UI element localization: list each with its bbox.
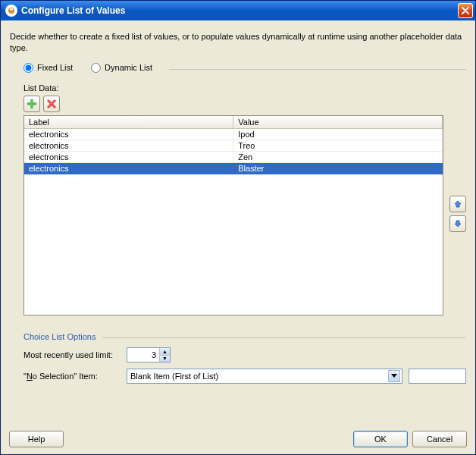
move-up-button[interactable]: [449, 196, 466, 212]
table-row[interactable]: electronicsBlaster: [24, 163, 443, 174]
add-row-button[interactable]: [23, 96, 40, 112]
no-selection-label: "No Selection" Item:: [23, 372, 121, 381]
title-bar: Configure List of Values: [1, 1, 475, 20]
mru-input[interactable]: [127, 348, 159, 362]
radio-dynamic-list[interactable]: Dynamic List: [91, 63, 152, 73]
list-data-table[interactable]: Label Value electronicsIpodelectronicsTr…: [23, 115, 443, 315]
cancel-button[interactable]: Cancel: [412, 431, 467, 447]
cell-value[interactable]: Zen: [233, 152, 443, 163]
cell-value[interactable]: Ipod: [233, 129, 443, 140]
no-selection-extra-input[interactable]: [409, 369, 466, 384]
choice-list-options-group: Choice List Options Most recently used l…: [23, 326, 466, 384]
help-button[interactable]: Help: [9, 431, 64, 447]
mru-spinner[interactable]: ▲ ▼: [127, 347, 171, 362]
radio-fixed-label: Fixed List: [37, 63, 73, 72]
cell-label[interactable]: electronics: [24, 152, 233, 163]
radio-dynamic-label: Dynamic List: [105, 63, 152, 72]
ok-button[interactable]: OK: [353, 431, 408, 447]
column-header-value[interactable]: Value: [233, 116, 443, 129]
cell-label[interactable]: electronics: [24, 129, 233, 140]
mru-spin-up[interactable]: ▲: [160, 348, 170, 355]
mru-label: Most recently used limit:: [23, 350, 121, 359]
reorder-buttons: [449, 196, 466, 232]
column-header-label[interactable]: Label: [24, 116, 233, 129]
cell-value[interactable]: Treo: [233, 140, 443, 152]
table-header-row: Label Value: [24, 116, 443, 129]
mru-spin-down[interactable]: ▼: [160, 355, 170, 362]
close-button[interactable]: [458, 3, 473, 18]
table-row[interactable]: electronicsZen: [24, 152, 443, 163]
list-data-label: List Data:: [23, 83, 466, 93]
app-icon: [5, 5, 17, 17]
arrow-up-icon: [453, 199, 462, 209]
window-title: Configure List of Values: [21, 5, 458, 16]
choice-list-options-title: Choice List Options: [23, 332, 100, 341]
mode-radio-group: Fixed List Dynamic List: [10, 61, 466, 77]
no-selection-value: Blank Item (First of List): [130, 372, 388, 381]
radio-dynamic-input[interactable]: [91, 63, 101, 73]
no-selection-dropdown[interactable]: Blank Item (First of List): [127, 369, 402, 384]
radio-fixed-list[interactable]: Fixed List: [23, 63, 73, 73]
description-text: Decide whether to create a fixed list of…: [10, 31, 466, 54]
delete-row-button[interactable]: [43, 96, 60, 112]
table-row[interactable]: electronicsTreo: [24, 140, 443, 152]
add-icon: [27, 99, 36, 108]
svg-point-1: [10, 8, 14, 11]
chevron-down-icon: [388, 370, 400, 382]
list-toolbar: [23, 96, 466, 112]
cell-label[interactable]: electronics: [24, 163, 233, 174]
move-down-button[interactable]: [449, 215, 466, 232]
radio-fixed-input[interactable]: [23, 63, 33, 73]
dialog-button-bar: Help OK Cancel: [9, 431, 467, 447]
cell-value[interactable]: Blaster: [233, 163, 443, 174]
arrow-down-icon: [453, 219, 462, 228]
cell-label[interactable]: electronics: [24, 140, 233, 152]
table-row[interactable]: electronicsIpod: [24, 129, 443, 140]
delete-icon: [47, 99, 56, 108]
